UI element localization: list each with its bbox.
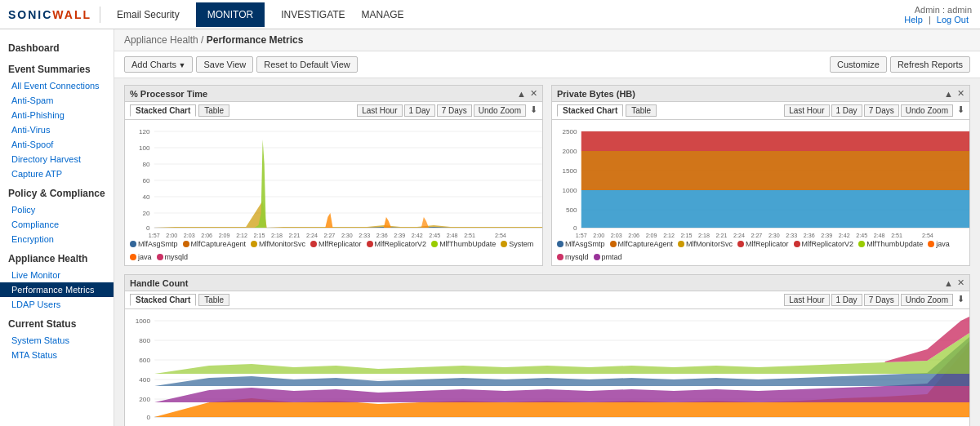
nav-investigate[interactable]: INVESTIGATE — [281, 9, 345, 20]
processor-chart-svg: 120 100 80 60 40 20 0 — [125, 123, 542, 237]
private-bytes-tab-group: Stacked Chart Table — [557, 104, 657, 117]
logo: SONICWALL — [8, 8, 91, 21]
private-bytes-chart-controls: ▲ ✕ — [942, 88, 964, 99]
legend-item-mlf-thumb-update: MlfThumbUpdate — [431, 240, 496, 248]
svg-text:2:48: 2:48 — [447, 233, 458, 237]
processor-download-icon[interactable]: ⬇ — [530, 104, 537, 117]
logo-wall: WALL — [52, 8, 91, 21]
private-bytes-btn-1day[interactable]: 1 Day — [831, 104, 862, 117]
svg-text:2:06: 2:06 — [201, 233, 212, 237]
nav-monitor[interactable]: MONITOR — [196, 2, 265, 27]
save-view-button[interactable]: Save View — [196, 56, 253, 73]
private-bytes-expand-icon[interactable]: ▲ — [944, 89, 953, 99]
breadcrumb-parent[interactable]: Appliance Health — [124, 34, 198, 46]
breadcrumb-current: Performance Metrics — [207, 34, 304, 46]
svg-text:800: 800 — [139, 337, 150, 344]
sidebar-item-policy[interactable]: Policy — [0, 202, 114, 217]
breadcrumb-separator: / — [201, 34, 207, 46]
handle-count-btn-last-hour[interactable]: Last Hour — [784, 294, 829, 306]
handle-count-btn-1day[interactable]: 1 Day — [831, 294, 862, 306]
private-bytes-btn-7days[interactable]: 7 Days — [864, 104, 899, 117]
help-link[interactable]: Help — [904, 15, 923, 24]
admin-links: Help | Log Out — [901, 15, 972, 24]
handle-count-tab-stacked[interactable]: Stacked Chart — [130, 294, 196, 306]
customize-button[interactable]: Customize — [830, 56, 887, 73]
svg-marker-14 — [154, 201, 542, 228]
svg-text:400: 400 — [139, 376, 150, 384]
private-bytes-download-icon[interactable]: ⬇ — [957, 104, 964, 117]
pb-legend-mlf-capture-agent: MlfCaptureAgent — [610, 240, 674, 248]
svg-text:20: 20 — [143, 210, 151, 217]
sidebar-item-system-status[interactable]: System Status — [0, 333, 114, 348]
pb-legend-mlf-replicator: MlfReplicator — [737, 240, 789, 248]
svg-marker-19 — [421, 217, 429, 228]
processor-btn-1day[interactable]: 1 Day — [404, 104, 435, 117]
handle-count-btn-undo-zoom[interactable]: Undo Zoom — [901, 294, 953, 306]
sidebar-item-anti-virus[interactable]: Anti-Virus — [0, 122, 114, 137]
private-bytes-tab-stacked[interactable]: Stacked Chart — [557, 104, 623, 117]
sidebar-item-all-event-connections[interactable]: All Event Connections — [0, 78, 114, 93]
sidebar-item-anti-spam[interactable]: Anti-Spam — [0, 93, 114, 108]
pb-legend-mlf-asg-smtp: MlfAsgSmtp — [557, 240, 605, 248]
handle-count-download-icon[interactable]: ⬇ — [957, 294, 964, 306]
legend-item-mlf-replicator: MlfReplicator — [310, 240, 362, 248]
handle-count-chart-panel: Handle Count ▲ ✕ Stacked Chart Table Las… — [124, 274, 970, 426]
processor-close-icon[interactable]: ✕ — [530, 88, 537, 99]
processor-btn-7days[interactable]: 7 Days — [437, 104, 472, 117]
private-bytes-tab-table[interactable]: Table — [626, 104, 657, 117]
svg-text:2:27: 2:27 — [323, 233, 335, 237]
sidebar: Dashboard Event Summaries All Event Conn… — [0, 29, 114, 426]
sidebar-item-mta-status[interactable]: MTA Status — [0, 348, 114, 362]
processor-btn-undo-zoom[interactable]: Undo Zoom — [474, 104, 526, 117]
processor-btn-last-hour[interactable]: Last Hour — [357, 104, 402, 117]
logo-sonic: SONIC — [8, 8, 52, 21]
handle-count-expand-icon[interactable]: ▲ — [944, 278, 953, 288]
handle-count-btn-7days[interactable]: 7 Days — [864, 294, 899, 306]
sidebar-item-ldap-users[interactable]: LDAP Users — [0, 297, 114, 312]
svg-text:2:33: 2:33 — [359, 233, 370, 237]
private-bytes-btn-last-hour[interactable]: Last Hour — [784, 104, 829, 117]
pb-legend-java: java — [928, 240, 950, 248]
reset-default-button[interactable]: Reset to Default View — [256, 56, 358, 73]
svg-text:2:15: 2:15 — [254, 233, 265, 237]
sidebar-item-capture-atp[interactable]: Capture ATP — [0, 166, 114, 181]
processor-tab-group: Stacked Chart Table — [130, 104, 229, 117]
handle-count-tab-group: Stacked Chart Table — [130, 294, 229, 306]
private-bytes-btn-undo-zoom[interactable]: Undo Zoom — [901, 104, 953, 117]
sidebar-item-live-monitor[interactable]: Live Monitor — [0, 268, 114, 282]
nav-manage[interactable]: MANAGE — [362, 9, 404, 20]
sidebar-item-encryption[interactable]: Encryption — [0, 232, 114, 246]
toolbar: Add Charts Save View Reset to Default Vi… — [114, 51, 980, 78]
processor-tab-stacked[interactable]: Stacked Chart — [130, 104, 196, 117]
private-bytes-chart-tabs: Stacked Chart Table Last Hour 1 Day 7 Da… — [552, 102, 969, 120]
handle-count-tab-table[interactable]: Table — [198, 294, 229, 306]
logout-link[interactable]: Log Out — [937, 15, 969, 24]
add-charts-button[interactable]: Add Charts — [124, 56, 193, 73]
top-nav: SONICWALL Email Security MONITOR INVESTI… — [0, 0, 980, 29]
svg-text:1000: 1000 — [136, 317, 151, 325]
processor-tab-table[interactable]: Table — [198, 104, 229, 117]
nav-email-security: Email Security — [117, 9, 180, 20]
svg-text:100: 100 — [139, 144, 150, 152]
processor-chart-body: 120 100 80 60 40 20 0 — [125, 120, 542, 237]
refresh-reports-button[interactable]: Refresh Reports — [890, 56, 970, 73]
handle-count-chart-svg: 1000 800 600 400 200 0 — [125, 313, 969, 426]
processor-expand-icon[interactable]: ▲ — [517, 89, 526, 99]
svg-text:2:09: 2:09 — [219, 233, 230, 237]
sidebar-item-directory-harvest[interactable]: Directory Harvest — [0, 152, 114, 166]
sidebar-item-anti-spoof[interactable]: Anti-Spoof — [0, 137, 114, 152]
sidebar-item-anti-phishing[interactable]: Anti-Phishing — [0, 108, 114, 122]
handle-count-close-icon[interactable]: ✕ — [957, 277, 964, 288]
private-bytes-close-icon[interactable]: ✕ — [957, 88, 964, 99]
svg-text:0: 0 — [146, 224, 150, 232]
svg-text:500: 500 — [566, 206, 577, 214]
sidebar-section-policy-compliance: Policy & Compliance — [0, 181, 114, 202]
svg-text:40: 40 — [143, 193, 151, 201]
private-bytes-chart-title: Private Bytes (HB) — [557, 89, 635, 99]
pb-legend-mysqld: mysqld — [557, 253, 589, 261]
sidebar-item-performance-metrics[interactable]: Performance Metrics — [0, 282, 114, 297]
sidebar-item-compliance[interactable]: Compliance — [0, 217, 114, 232]
svg-text:2:03: 2:03 — [184, 233, 195, 237]
svg-text:2:30: 2:30 — [341, 233, 353, 237]
svg-text:2:24: 2:24 — [306, 233, 318, 237]
